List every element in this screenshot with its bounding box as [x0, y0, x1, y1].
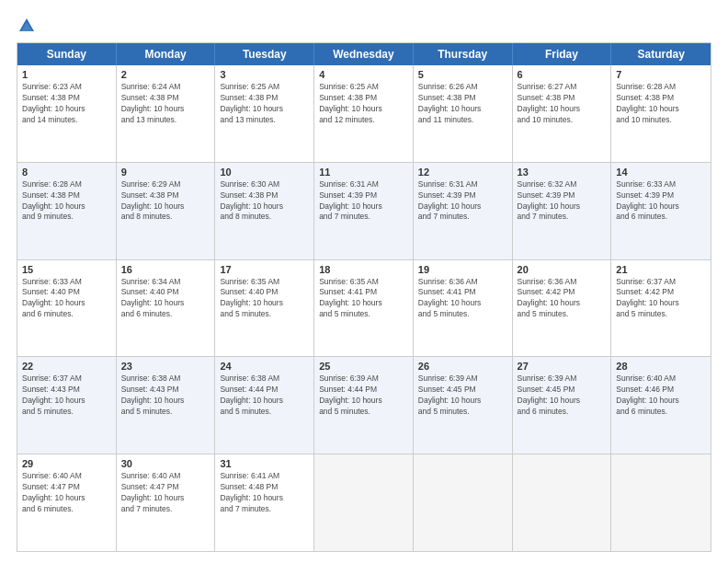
day-info: Sunrise: 6:33 AM Sunset: 4:39 PM Dayligh…: [616, 179, 706, 224]
empty-cell-4-5: [513, 454, 612, 551]
day-number: 23: [121, 361, 210, 372]
page: SundayMondayTuesdayWednesdayThursdayFrid…: [0, 0, 728, 563]
day-info: Sunrise: 6:23 AM Sunset: 4:38 PM Dayligh…: [22, 82, 111, 126]
day-number: 6: [518, 69, 607, 80]
day-cell-29: 29Sunrise: 6:40 AM Sunset: 4:47 PM Dayli…: [17, 454, 117, 551]
day-cell-5: 5Sunrise: 6:26 AM Sunset: 4:38 PM Daylig…: [414, 65, 513, 162]
day-info: Sunrise: 6:41 AM Sunset: 4:48 PM Dayligh…: [220, 471, 309, 515]
day-number: 18: [319, 264, 408, 275]
header-day-saturday: Saturday: [611, 43, 711, 65]
day-info: Sunrise: 6:40 AM Sunset: 4:47 PM Dayligh…: [22, 471, 111, 515]
logo-icon: [17, 17, 36, 35]
day-cell-19: 19Sunrise: 6:36 AM Sunset: 4:41 PM Dayli…: [414, 260, 513, 357]
day-cell-22: 22Sunrise: 6:37 AM Sunset: 4:43 PM Dayli…: [17, 357, 117, 454]
day-number: 25: [319, 361, 408, 372]
day-info: Sunrise: 6:25 AM Sunset: 4:38 PM Dayligh…: [319, 82, 408, 126]
day-info: Sunrise: 6:35 AM Sunset: 4:41 PM Dayligh…: [319, 277, 408, 321]
header-day-wednesday: Wednesday: [314, 43, 414, 65]
day-info: Sunrise: 6:39 AM Sunset: 4:45 PM Dayligh…: [418, 373, 507, 418]
day-number: 24: [220, 361, 309, 372]
day-cell-1: 1Sunrise: 6:23 AM Sunset: 4:38 PM Daylig…: [17, 65, 117, 162]
day-cell-20: 20Sunrise: 6:36 AM Sunset: 4:42 PM Dayli…: [513, 260, 612, 357]
calendar-row-2: 8Sunrise: 6:28 AM Sunset: 4:38 PM Daylig…: [17, 163, 711, 260]
day-number: 10: [220, 167, 309, 178]
day-number: 1: [22, 69, 111, 80]
day-cell-10: 10Sunrise: 6:30 AM Sunset: 4:38 PM Dayli…: [215, 163, 314, 259]
day-info: Sunrise: 6:37 AM Sunset: 4:42 PM Dayligh…: [616, 277, 706, 321]
day-info: Sunrise: 6:26 AM Sunset: 4:38 PM Dayligh…: [418, 82, 507, 126]
day-number: 8: [22, 167, 111, 178]
day-cell-3: 3Sunrise: 6:25 AM Sunset: 4:38 PM Daylig…: [215, 65, 314, 162]
day-info: Sunrise: 6:24 AM Sunset: 4:38 PM Dayligh…: [121, 82, 210, 126]
calendar: SundayMondayTuesdayWednesdayThursdayFrid…: [17, 42, 711, 552]
day-cell-17: 17Sunrise: 6:35 AM Sunset: 4:40 PM Dayli…: [215, 260, 314, 357]
day-number: 27: [518, 361, 607, 372]
day-info: Sunrise: 6:29 AM Sunset: 4:38 PM Dayligh…: [121, 179, 210, 224]
day-info: Sunrise: 6:36 AM Sunset: 4:41 PM Dayligh…: [418, 277, 507, 321]
day-number: 14: [616, 167, 706, 178]
calendar-row-5: 29Sunrise: 6:40 AM Sunset: 4:47 PM Dayli…: [17, 454, 711, 551]
day-number: 21: [616, 264, 706, 275]
day-number: 16: [121, 264, 210, 275]
day-number: 15: [22, 264, 111, 275]
day-info: Sunrise: 6:35 AM Sunset: 4:40 PM Dayligh…: [220, 277, 309, 321]
day-number: 20: [518, 264, 607, 275]
day-number: 30: [121, 458, 210, 469]
day-number: 7: [616, 69, 706, 80]
empty-cell-4-6: [611, 454, 711, 551]
day-info: Sunrise: 6:36 AM Sunset: 4:42 PM Dayligh…: [518, 277, 607, 321]
day-cell-24: 24Sunrise: 6:38 AM Sunset: 4:44 PM Dayli…: [215, 357, 314, 454]
day-number: 17: [220, 264, 309, 275]
day-info: Sunrise: 6:40 AM Sunset: 4:47 PM Dayligh…: [121, 471, 210, 515]
day-cell-15: 15Sunrise: 6:33 AM Sunset: 4:40 PM Dayli…: [17, 260, 117, 357]
header-day-sunday: Sunday: [17, 43, 117, 65]
header-day-monday: Monday: [117, 43, 216, 65]
calendar-row-1: 1Sunrise: 6:23 AM Sunset: 4:38 PM Daylig…: [17, 65, 711, 163]
empty-cell-4-3: [314, 454, 414, 551]
calendar-row-3: 15Sunrise: 6:33 AM Sunset: 4:40 PM Dayli…: [17, 260, 711, 358]
header-day-friday: Friday: [513, 43, 612, 65]
day-info: Sunrise: 6:28 AM Sunset: 4:38 PM Dayligh…: [22, 179, 111, 224]
day-info: Sunrise: 6:31 AM Sunset: 4:39 PM Dayligh…: [418, 179, 507, 224]
day-number: 3: [220, 69, 309, 80]
day-cell-12: 12Sunrise: 6:31 AM Sunset: 4:39 PM Dayli…: [414, 163, 513, 259]
day-info: Sunrise: 6:33 AM Sunset: 4:40 PM Dayligh…: [22, 277, 111, 321]
day-cell-25: 25Sunrise: 6:39 AM Sunset: 4:44 PM Dayli…: [314, 357, 414, 454]
day-cell-16: 16Sunrise: 6:34 AM Sunset: 4:40 PM Dayli…: [117, 260, 216, 357]
day-number: 31: [220, 458, 309, 469]
empty-cell-4-4: [414, 454, 513, 551]
day-number: 9: [121, 167, 210, 178]
day-info: Sunrise: 6:39 AM Sunset: 4:45 PM Dayligh…: [518, 373, 607, 418]
day-number: 28: [616, 361, 706, 372]
day-info: Sunrise: 6:25 AM Sunset: 4:38 PM Dayligh…: [220, 82, 309, 126]
day-cell-7: 7Sunrise: 6:28 AM Sunset: 4:38 PM Daylig…: [611, 65, 711, 162]
header-day-thursday: Thursday: [414, 43, 513, 65]
day-number: 12: [418, 167, 507, 178]
day-cell-11: 11Sunrise: 6:31 AM Sunset: 4:39 PM Dayli…: [314, 163, 414, 259]
day-info: Sunrise: 6:37 AM Sunset: 4:43 PM Dayligh…: [22, 373, 111, 418]
calendar-header: SundayMondayTuesdayWednesdayThursdayFrid…: [17, 43, 711, 65]
day-info: Sunrise: 6:38 AM Sunset: 4:43 PM Dayligh…: [121, 373, 210, 418]
day-info: Sunrise: 6:40 AM Sunset: 4:46 PM Dayligh…: [616, 373, 706, 418]
day-cell-28: 28Sunrise: 6:40 AM Sunset: 4:46 PM Dayli…: [611, 357, 711, 454]
day-cell-18: 18Sunrise: 6:35 AM Sunset: 4:41 PM Dayli…: [314, 260, 414, 357]
day-number: 11: [319, 167, 408, 178]
day-number: 13: [518, 167, 607, 178]
logo: [17, 17, 37, 35]
day-cell-14: 14Sunrise: 6:33 AM Sunset: 4:39 PM Dayli…: [611, 163, 711, 259]
day-info: Sunrise: 6:39 AM Sunset: 4:44 PM Dayligh…: [319, 373, 408, 418]
day-number: 29: [22, 458, 111, 469]
day-cell-13: 13Sunrise: 6:32 AM Sunset: 4:39 PM Dayli…: [513, 163, 612, 259]
day-cell-30: 30Sunrise: 6:40 AM Sunset: 4:47 PM Dayli…: [117, 454, 216, 551]
day-number: 22: [22, 361, 111, 372]
day-cell-4: 4Sunrise: 6:25 AM Sunset: 4:38 PM Daylig…: [314, 65, 414, 162]
day-cell-27: 27Sunrise: 6:39 AM Sunset: 4:45 PM Dayli…: [513, 357, 612, 454]
day-info: Sunrise: 6:27 AM Sunset: 4:38 PM Dayligh…: [518, 82, 607, 126]
day-cell-9: 9Sunrise: 6:29 AM Sunset: 4:38 PM Daylig…: [117, 163, 216, 259]
header: [17, 17, 711, 35]
logo-text: [17, 17, 37, 35]
calendar-body: 1Sunrise: 6:23 AM Sunset: 4:38 PM Daylig…: [17, 65, 711, 551]
day-info: Sunrise: 6:38 AM Sunset: 4:44 PM Dayligh…: [220, 373, 309, 418]
day-number: 4: [319, 69, 408, 80]
day-cell-8: 8Sunrise: 6:28 AM Sunset: 4:38 PM Daylig…: [17, 163, 117, 259]
